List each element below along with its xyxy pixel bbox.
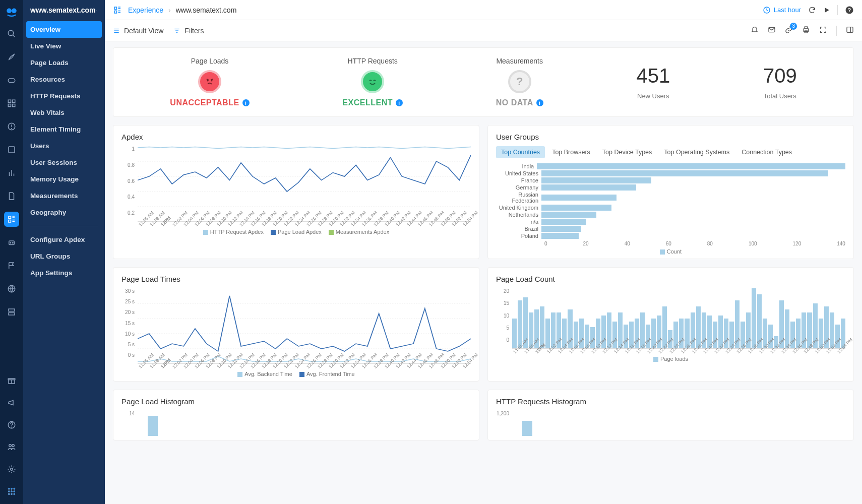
- face-happy-icon: [361, 70, 384, 93]
- svg-point-27: [9, 445, 12, 447]
- sidebar-item-users[interactable]: Users: [23, 138, 105, 154]
- main-area: Experience › www.sematext.com Last hour …: [105, 0, 862, 504]
- play-button[interactable]: [823, 7, 830, 14]
- sidebar-item-geography[interactable]: Geography: [23, 204, 105, 221]
- sidebar-item-url-groups[interactable]: URL Groups: [23, 248, 105, 265]
- sidebar-item-memory-usage[interactable]: Memory Usage: [23, 171, 105, 187]
- svg-point-17: [10, 242, 11, 243]
- help-button[interactable]: ?: [845, 6, 854, 15]
- svg-point-38: [14, 493, 15, 495]
- sidebar-item-configure-apdex[interactable]: Configure Apdex: [23, 231, 105, 248]
- sidebar-item-live-view[interactable]: Live View: [23, 38, 105, 54]
- country-row: Poland: [496, 233, 845, 239]
- info-icon[interactable]: i: [536, 99, 543, 106]
- default-view-selector[interactable]: Default View: [113, 27, 163, 35]
- tab-top-device-types[interactable]: Top Device Types: [597, 146, 657, 158]
- sidebar-item-resources[interactable]: Resources: [23, 71, 105, 88]
- info-icon[interactable]: i: [242, 99, 250, 106]
- svg-text:?: ?: [848, 7, 851, 13]
- tab-top-browsers[interactable]: Top Browsers: [547, 146, 595, 158]
- tab-connection-types[interactable]: Connection Types: [736, 146, 797, 158]
- svg-line-3: [13, 35, 15, 37]
- country-row: n/a: [496, 219, 845, 225]
- country-row: Russian Federation: [496, 192, 845, 204]
- apdex-card: Apdex 10.80.60.40.2 11:55 AM11:58 AM12PM…: [113, 125, 479, 259]
- face-unknown-icon: ?: [508, 70, 531, 93]
- team-icon[interactable]: [4, 439, 19, 455]
- country-row: France: [496, 177, 845, 183]
- file-icon[interactable]: [4, 188, 19, 204]
- sidebar-item-element-timing[interactable]: Element Timing: [23, 121, 105, 138]
- svg-point-18: [13, 242, 14, 243]
- page-load-histogram-card: Page Load Histogram 14: [113, 390, 479, 440]
- svg-point-36: [8, 493, 10, 495]
- sidebar-item-app-settings[interactable]: App Settings: [23, 265, 105, 281]
- fullscreen-icon[interactable]: [819, 26, 827, 35]
- svg-rect-12: [9, 147, 15, 153]
- breadcrumb-current: www.sematext.com: [176, 6, 237, 14]
- chevron-down-icon: [95, 7, 98, 14]
- clock-icon: [763, 6, 771, 14]
- mail-icon[interactable]: [768, 26, 776, 35]
- panel-toggle-icon[interactable]: [846, 26, 854, 35]
- kpi-page-loads: Page Loads UNACCEPTABLEi: [170, 57, 249, 107]
- alert-circle-icon[interactable]: [4, 119, 19, 134]
- link-icon[interactable]: 3: [785, 26, 793, 35]
- experience-icon[interactable]: [4, 212, 19, 227]
- waffle-icon[interactable]: [4, 484, 19, 499]
- megaphone-icon[interactable]: [4, 395, 19, 410]
- sidebar-item-http-requests[interactable]: HTTP Requests: [23, 88, 105, 104]
- bar-chart-icon[interactable]: [4, 165, 19, 180]
- sidebar-item-web-vitals[interactable]: Web Vitals: [23, 104, 105, 121]
- tab-top-countries[interactable]: Top Countries: [496, 146, 545, 158]
- svg-point-28: [12, 445, 15, 447]
- svg-point-30: [8, 488, 10, 489]
- svg-point-35: [14, 491, 15, 492]
- bell-icon[interactable]: [751, 26, 759, 35]
- kpi-http-requests: HTTP Requests EXCELLENTi: [342, 57, 403, 107]
- kpi-new-users: 451 New Users: [636, 65, 670, 100]
- page-load-times-card: Page Load Times 30 s25 s20 s15 s10 s5 s0…: [113, 267, 479, 382]
- refresh-button[interactable]: [808, 6, 816, 14]
- user-groups-card: User Groups Top CountriesTop BrowsersTop…: [487, 125, 854, 259]
- svg-point-29: [11, 468, 13, 471]
- tab-top-operating-systems[interactable]: Top Operating Systems: [659, 146, 734, 158]
- help-icon[interactable]: [4, 417, 19, 432]
- time-range-selector[interactable]: Last hour: [763, 6, 801, 14]
- sidebar-item-overview[interactable]: Overview: [26, 21, 102, 38]
- svg-rect-20: [9, 309, 15, 311]
- sidebar-item-measurements[interactable]: Measurements: [23, 187, 105, 204]
- app-selector[interactable]: www.sematext.com: [23, 6, 105, 21]
- server-icon[interactable]: [4, 304, 19, 320]
- gift-icon[interactable]: [4, 373, 19, 388]
- game-controller-icon[interactable]: [4, 73, 19, 88]
- svg-point-33: [8, 491, 10, 492]
- country-row: Netherlands: [496, 212, 845, 218]
- robot-icon[interactable]: [4, 235, 19, 250]
- topbar: Experience › www.sematext.com Last hour …: [105, 0, 862, 20]
- svg-rect-50: [805, 27, 807, 29]
- grid-icon[interactable]: [4, 96, 19, 111]
- breadcrumb-section[interactable]: Experience: [128, 6, 163, 14]
- globe-icon[interactable]: [4, 281, 19, 296]
- sidebar-item-user-sessions[interactable]: User Sessions: [23, 154, 105, 171]
- country-row: India: [496, 163, 845, 169]
- flag-icon[interactable]: [4, 258, 19, 273]
- rocket-icon[interactable]: [4, 49, 19, 65]
- icon-rail: [0, 0, 23, 504]
- svg-point-1: [12, 9, 17, 14]
- svg-point-26: [12, 427, 12, 427]
- svg-line-56: [207, 79, 209, 80]
- logo[interactable]: [5, 5, 18, 18]
- filters-button[interactable]: Filters: [173, 27, 204, 35]
- kpi-total-users: 709 Total Users: [763, 65, 797, 100]
- svg-point-32: [14, 488, 15, 489]
- search-icon[interactable]: [4, 26, 19, 41]
- info-icon[interactable]: i: [396, 99, 403, 106]
- sidebar-item-page-loads[interactable]: Page Loads: [23, 54, 105, 71]
- svg-point-0: [7, 9, 12, 14]
- database-icon[interactable]: [4, 142, 19, 157]
- printer-icon[interactable]: [802, 26, 810, 35]
- svg-line-57: [211, 79, 213, 80]
- gear-icon[interactable]: [4, 462, 19, 477]
